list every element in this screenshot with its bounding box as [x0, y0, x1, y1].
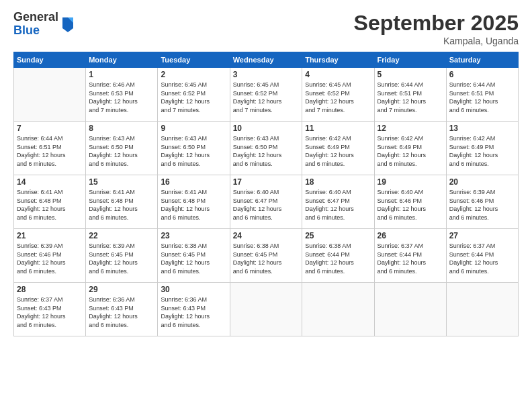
table-row: 5Sunrise: 6:44 AM Sunset: 6:51 PM Daylig… [374, 68, 446, 122]
table-row: 18Sunrise: 6:40 AM Sunset: 6:47 PM Dayli… [302, 175, 374, 229]
table-row: 3Sunrise: 6:45 AM Sunset: 6:52 PM Daylig… [230, 68, 302, 122]
day-info: Sunrise: 6:44 AM Sunset: 6:51 PM Dayligh… [378, 81, 443, 114]
page-header: General Blue September 2025 Kampala, Uga… [13, 11, 519, 46]
day-info: Sunrise: 6:37 AM Sunset: 6:44 PM Dayligh… [378, 242, 443, 275]
table-row: 11Sunrise: 6:42 AM Sunset: 6:49 PM Dayli… [302, 122, 374, 175]
day-info: Sunrise: 6:38 AM Sunset: 6:45 PM Dayligh… [161, 242, 226, 275]
table-row: 15Sunrise: 6:41 AM Sunset: 6:48 PM Dayli… [86, 175, 158, 229]
logo-general: General [13, 11, 58, 24]
day-number: 30 [161, 285, 226, 294]
day-number: 22 [89, 231, 154, 240]
day-info: Sunrise: 6:42 AM Sunset: 6:49 PM Dayligh… [449, 134, 515, 168]
month-title: September 2025 [354, 11, 519, 36]
day-number: 6 [449, 70, 515, 79]
day-info: Sunrise: 6:42 AM Sunset: 6:49 PM Dayligh… [305, 134, 371, 168]
day-info: Sunrise: 6:38 AM Sunset: 6:44 PM Dayligh… [305, 242, 371, 275]
table-row: 16Sunrise: 6:41 AM Sunset: 6:48 PM Dayli… [158, 175, 230, 229]
col-sunday: Sunday [14, 52, 86, 68]
day-info: Sunrise: 6:44 AM Sunset: 6:51 PM Dayligh… [449, 81, 515, 114]
col-monday: Monday [86, 52, 158, 68]
day-number: 21 [17, 231, 83, 240]
day-number: 4 [305, 70, 371, 79]
day-number: 27 [449, 231, 515, 240]
day-number: 11 [305, 124, 371, 133]
title-section: September 2025 Kampala, Uganda [354, 11, 519, 46]
table-row: 28Sunrise: 6:37 AM Sunset: 6:43 PM Dayli… [14, 283, 86, 336]
day-number: 10 [233, 124, 299, 133]
day-number: 15 [89, 177, 154, 187]
table-row: 6Sunrise: 6:44 AM Sunset: 6:51 PM Daylig… [446, 68, 518, 122]
subtitle: Kampala, Uganda [354, 36, 519, 46]
table-row [230, 283, 302, 336]
day-number: 7 [17, 124, 83, 133]
day-number: 14 [17, 177, 83, 187]
col-saturday: Saturday [446, 52, 518, 68]
day-number: 20 [449, 177, 515, 187]
day-info: Sunrise: 6:39 AM Sunset: 6:46 PM Dayligh… [17, 242, 83, 275]
day-info: Sunrise: 6:43 AM Sunset: 6:50 PM Dayligh… [233, 134, 299, 168]
table-row [14, 68, 86, 122]
calendar-table: Sunday Monday Tuesday Wednesday Thursday… [13, 52, 519, 336]
day-number: 19 [378, 177, 443, 187]
table-row: 4Sunrise: 6:45 AM Sunset: 6:52 PM Daylig… [302, 68, 374, 122]
table-row: 24Sunrise: 6:38 AM Sunset: 6:45 PM Dayli… [230, 229, 302, 283]
day-number: 9 [161, 124, 226, 133]
day-info: Sunrise: 6:37 AM Sunset: 6:43 PM Dayligh… [17, 295, 83, 329]
day-number: 8 [89, 124, 154, 133]
table-row: 29Sunrise: 6:36 AM Sunset: 6:43 PM Dayli… [86, 283, 158, 336]
day-info: Sunrise: 6:45 AM Sunset: 6:52 PM Dayligh… [233, 81, 299, 114]
day-info: Sunrise: 6:36 AM Sunset: 6:43 PM Dayligh… [161, 295, 226, 329]
day-info: Sunrise: 6:44 AM Sunset: 6:51 PM Dayligh… [17, 134, 83, 168]
day-number: 12 [378, 124, 443, 133]
day-info: Sunrise: 6:43 AM Sunset: 6:50 PM Dayligh… [161, 134, 226, 168]
table-row: 17Sunrise: 6:40 AM Sunset: 6:47 PM Dayli… [230, 175, 302, 229]
day-number: 13 [449, 124, 515, 133]
table-row: 21Sunrise: 6:39 AM Sunset: 6:46 PM Dayli… [14, 229, 86, 283]
table-row: 30Sunrise: 6:36 AM Sunset: 6:43 PM Dayli… [158, 283, 230, 336]
table-row: 22Sunrise: 6:39 AM Sunset: 6:45 PM Dayli… [86, 229, 158, 283]
day-number: 17 [233, 177, 299, 187]
table-row: 14Sunrise: 6:41 AM Sunset: 6:48 PM Dayli… [14, 175, 86, 229]
day-info: Sunrise: 6:40 AM Sunset: 6:46 PM Dayligh… [378, 188, 443, 222]
logo-icon [60, 15, 76, 34]
table-row: 8Sunrise: 6:43 AM Sunset: 6:50 PM Daylig… [86, 122, 158, 175]
day-number: 3 [233, 70, 299, 79]
day-info: Sunrise: 6:41 AM Sunset: 6:48 PM Dayligh… [17, 188, 83, 222]
day-number: 29 [89, 285, 154, 294]
day-info: Sunrise: 6:39 AM Sunset: 6:46 PM Dayligh… [449, 188, 515, 222]
day-info: Sunrise: 6:45 AM Sunset: 6:52 PM Dayligh… [305, 81, 371, 114]
day-info: Sunrise: 6:43 AM Sunset: 6:50 PM Dayligh… [89, 134, 154, 168]
day-number: 25 [305, 231, 371, 240]
col-thursday: Thursday [302, 52, 374, 68]
table-row [374, 283, 446, 336]
table-row: 27Sunrise: 6:37 AM Sunset: 6:44 PM Dayli… [446, 229, 518, 283]
table-row: 9Sunrise: 6:43 AM Sunset: 6:50 PM Daylig… [158, 122, 230, 175]
day-info: Sunrise: 6:38 AM Sunset: 6:45 PM Dayligh… [233, 242, 299, 275]
calendar-header-row: Sunday Monday Tuesday Wednesday Thursday… [14, 52, 519, 68]
logo-blue: Blue [13, 24, 58, 38]
day-number: 18 [305, 177, 371, 187]
table-row: 12Sunrise: 6:42 AM Sunset: 6:49 PM Dayli… [374, 122, 446, 175]
day-info: Sunrise: 6:45 AM Sunset: 6:52 PM Dayligh… [161, 81, 226, 114]
table-row: 10Sunrise: 6:43 AM Sunset: 6:50 PM Dayli… [230, 122, 302, 175]
day-number: 24 [233, 231, 299, 240]
table-row: 13Sunrise: 6:42 AM Sunset: 6:49 PM Dayli… [446, 122, 518, 175]
day-number: 23 [161, 231, 226, 240]
table-row: 7Sunrise: 6:44 AM Sunset: 6:51 PM Daylig… [14, 122, 86, 175]
day-number: 2 [161, 70, 226, 79]
logo: General Blue [13, 11, 76, 38]
table-row: 2Sunrise: 6:45 AM Sunset: 6:52 PM Daylig… [158, 68, 230, 122]
day-number: 26 [378, 231, 443, 240]
day-info: Sunrise: 6:41 AM Sunset: 6:48 PM Dayligh… [161, 188, 226, 222]
table-row [446, 283, 518, 336]
table-row: 23Sunrise: 6:38 AM Sunset: 6:45 PM Dayli… [158, 229, 230, 283]
table-row [302, 283, 374, 336]
col-wednesday: Wednesday [230, 52, 302, 68]
day-info: Sunrise: 6:37 AM Sunset: 6:44 PM Dayligh… [449, 242, 515, 275]
table-row: 1Sunrise: 6:46 AM Sunset: 6:53 PM Daylig… [86, 68, 158, 122]
table-row: 26Sunrise: 6:37 AM Sunset: 6:44 PM Dayli… [374, 229, 446, 283]
day-info: Sunrise: 6:46 AM Sunset: 6:53 PM Dayligh… [89, 81, 154, 114]
table-row: 19Sunrise: 6:40 AM Sunset: 6:46 PM Dayli… [374, 175, 446, 229]
table-row: 20Sunrise: 6:39 AM Sunset: 6:46 PM Dayli… [446, 175, 518, 229]
day-number: 28 [17, 285, 83, 294]
